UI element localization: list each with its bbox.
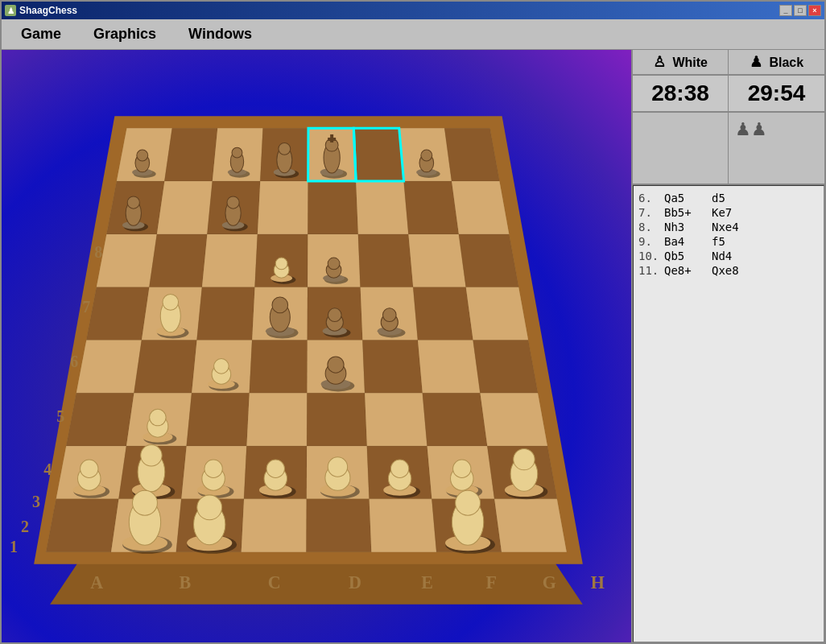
menu-windows[interactable]: Windows bbox=[172, 19, 268, 49]
svg-marker-60 bbox=[306, 499, 371, 552]
maximize-button[interactable]: □ bbox=[794, 5, 807, 16]
svg-point-119 bbox=[382, 308, 396, 322]
white-timer: 28:38 bbox=[633, 76, 729, 111]
svg-marker-18 bbox=[202, 234, 258, 287]
black-timer: 29:54 bbox=[729, 76, 824, 111]
svg-point-103 bbox=[328, 258, 340, 270]
svg-marker-59 bbox=[242, 499, 307, 552]
move-white: Nh3 bbox=[664, 221, 708, 233]
svg-point-159 bbox=[453, 460, 471, 477]
title-bar-left: ♟ ShaagChess bbox=[5, 5, 77, 16]
svg-marker-7 bbox=[444, 128, 499, 181]
move-number: 6. bbox=[638, 192, 661, 204]
players-header: ♙ White ♟ Black bbox=[633, 50, 824, 76]
svg-marker-44 bbox=[307, 393, 367, 446]
black-piece-icon: ♟ bbox=[750, 54, 762, 70]
coord-a: A bbox=[90, 572, 103, 592]
svg-marker-15 bbox=[452, 181, 509, 234]
board-squares bbox=[46, 128, 567, 551]
svg-marker-16 bbox=[97, 234, 157, 287]
coord-6: 6 bbox=[70, 353, 78, 370]
menu-graphics[interactable]: Graphics bbox=[77, 19, 172, 49]
svg-marker-43 bbox=[246, 393, 307, 446]
move-white: Ba4 bbox=[664, 235, 708, 248]
svg-point-107 bbox=[163, 294, 179, 310]
svg-marker-45 bbox=[365, 393, 427, 446]
svg-point-167 bbox=[133, 490, 158, 515]
move-black: d5 bbox=[712, 192, 725, 204]
svg-marker-14 bbox=[404, 181, 459, 234]
svg-point-91 bbox=[127, 196, 139, 208]
svg-marker-40 bbox=[66, 393, 134, 446]
coord-f: F bbox=[486, 572, 497, 592]
svg-point-151 bbox=[328, 457, 347, 477]
move-number: 7. bbox=[638, 206, 661, 219]
svg-point-147 bbox=[266, 460, 284, 477]
menu-game[interactable]: Game bbox=[5, 19, 77, 49]
svg-marker-61 bbox=[370, 499, 437, 552]
svg-point-155 bbox=[390, 460, 408, 477]
move-row: 10. Qb5 Nd4 bbox=[638, 249, 819, 263]
svg-point-127 bbox=[328, 357, 344, 373]
white-player-header: ♙ White bbox=[633, 50, 729, 74]
svg-marker-31 bbox=[466, 287, 528, 341]
svg-marker-32 bbox=[76, 340, 142, 393]
svg-marker-33 bbox=[134, 340, 196, 393]
move-white: Bb5+ bbox=[664, 206, 708, 219]
move-number: 10. bbox=[638, 250, 661, 262]
svg-marker-13 bbox=[356, 181, 408, 234]
coord-h: H bbox=[591, 572, 605, 592]
coord-8: 8 bbox=[94, 243, 102, 261]
app-icon: ♟ bbox=[5, 5, 16, 16]
captured-area: ♟♟ bbox=[633, 113, 824, 185]
coord-e: E bbox=[421, 572, 433, 592]
svg-marker-5 bbox=[353, 128, 403, 181]
main-content: // This won't execute in SVG context, bu… bbox=[2, 50, 824, 642]
svg-marker-11 bbox=[258, 181, 308, 234]
coord-5: 5 bbox=[56, 407, 64, 425]
black-captured: ♟♟ bbox=[729, 113, 824, 184]
svg-marker-1 bbox=[164, 128, 217, 181]
move-row: 6. Qa5 d5 bbox=[638, 191, 819, 205]
svg-point-131 bbox=[150, 409, 166, 425]
svg-point-87 bbox=[421, 150, 432, 161]
timers-row: 28:38 29:54 bbox=[633, 76, 824, 113]
title-bar: ♟ ShaagChess _ □ × bbox=[2, 2, 824, 19]
board-area: // This won't execute in SVG context, bu… bbox=[2, 50, 631, 642]
svg-point-73 bbox=[232, 147, 242, 158]
move-white: Qe8+ bbox=[664, 264, 708, 277]
coord-2: 2 bbox=[21, 518, 29, 535]
svg-marker-12 bbox=[308, 181, 358, 234]
move-black: Ke7 bbox=[712, 206, 732, 219]
coord-4: 4 bbox=[43, 460, 52, 478]
move-row: 9. Ba4 f5 bbox=[638, 234, 819, 249]
svg-marker-9 bbox=[157, 181, 213, 234]
move-black: Qxe8 bbox=[712, 264, 739, 277]
svg-point-135 bbox=[81, 460, 98, 477]
svg-point-163 bbox=[514, 448, 535, 469]
black-player-label: Black bbox=[769, 56, 803, 69]
right-panel: ♙ White ♟ Black 28:38 29:54 ♟♟ bbox=[631, 50, 824, 642]
svg-marker-30 bbox=[413, 287, 473, 341]
move-black: f5 bbox=[712, 235, 725, 248]
svg-marker-17 bbox=[149, 234, 207, 287]
move-white: Qb5 bbox=[664, 250, 708, 262]
coord-7: 7 bbox=[82, 298, 90, 316]
white-piece-icon: ♙ bbox=[653, 54, 666, 70]
move-number: 11. bbox=[638, 264, 661, 277]
chess-board-svg: // This won't execute in SVG context, bu… bbox=[2, 50, 631, 642]
svg-point-95 bbox=[227, 196, 239, 208]
svg-marker-23 bbox=[459, 234, 518, 287]
svg-rect-83 bbox=[328, 138, 336, 141]
svg-marker-37 bbox=[362, 340, 422, 393]
move-number: 8. bbox=[638, 221, 661, 233]
move-row: 8. Nh3 Nxe4 bbox=[638, 220, 819, 234]
svg-marker-26 bbox=[196, 287, 254, 341]
coord-d: D bbox=[349, 572, 361, 592]
minimize-button[interactable]: _ bbox=[779, 5, 792, 16]
svg-point-77 bbox=[279, 142, 291, 155]
svg-point-139 bbox=[141, 445, 162, 466]
close-button[interactable]: × bbox=[808, 5, 821, 16]
coord-c: C bbox=[268, 572, 281, 592]
move-number: 9. bbox=[638, 235, 661, 248]
